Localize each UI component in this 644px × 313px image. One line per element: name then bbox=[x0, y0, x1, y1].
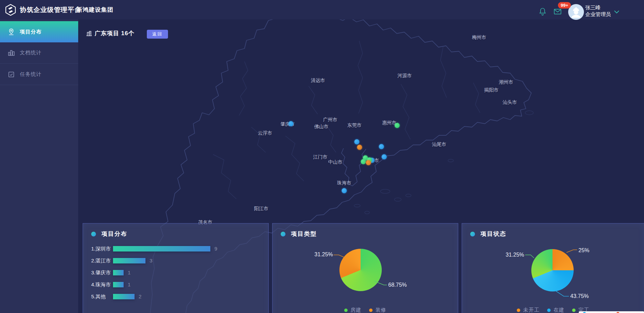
pie-value-label: 25% bbox=[578, 247, 589, 254]
bar-row: 4.珠海市 1 bbox=[83, 282, 268, 288]
sidebar: 项目分布 文档统计 任务统计 bbox=[0, 19, 78, 313]
panel-title-dot-icon bbox=[91, 232, 96, 236]
legend-label: 未开工 bbox=[523, 307, 540, 313]
map-title: 广东项目 16个 bbox=[95, 29, 135, 37]
tooltip-fragment bbox=[579, 311, 644, 313]
company-name: 新鸿建设集团 bbox=[76, 0, 113, 19]
bell-icon[interactable] bbox=[538, 7, 547, 16]
dashboard-root: 广东项目 16个 返回 梅州市 清远市 河源市 潮州市 揭阳市 汕头市 广州市 … bbox=[0, 0, 644, 313]
sidebar-item-task-stats[interactable]: 任务统计 bbox=[0, 64, 78, 85]
panel-title-text: 项目类型 bbox=[291, 230, 317, 238]
project-marker[interactable] bbox=[342, 188, 347, 193]
building-icon bbox=[86, 31, 92, 36]
city-label: 云浮市 bbox=[258, 130, 272, 136]
bar-row: 5.其他 2 bbox=[83, 294, 268, 300]
city-label: 佛山市 bbox=[314, 124, 328, 130]
city-label: 阳江市 bbox=[254, 206, 268, 212]
project-marker[interactable] bbox=[289, 121, 294, 126]
legend-item[interactable]: 房建 bbox=[344, 307, 362, 313]
city-label: 汕尾市 bbox=[432, 141, 446, 148]
city-label: 中山市 bbox=[328, 159, 342, 165]
panel-title: 项目状态 bbox=[470, 230, 506, 238]
project-marker[interactable] bbox=[354, 139, 360, 145]
panel-title: 项目分布 bbox=[91, 230, 127, 238]
project-marker[interactable] bbox=[361, 159, 366, 164]
city-label: 河源市 bbox=[397, 73, 412, 79]
legend-dot-icon bbox=[517, 309, 520, 312]
app-logo-icon bbox=[4, 4, 17, 16]
panel-title-dot-icon bbox=[281, 232, 285, 236]
bar bbox=[113, 282, 124, 287]
panel-title: 项目类型 bbox=[281, 230, 317, 238]
map-header: 广东项目 16个 bbox=[86, 29, 135, 37]
bar-label: 4.珠海市 bbox=[91, 282, 111, 288]
legend-dot-icon bbox=[369, 309, 373, 312]
bar bbox=[113, 246, 210, 251]
city-label: 梅州市 bbox=[472, 35, 486, 41]
bar-value: 9 bbox=[214, 246, 217, 252]
bar-row: 3.肇庆市 1 bbox=[83, 270, 268, 276]
city-label: 汕头市 bbox=[503, 99, 517, 106]
sidebar-item-project-distribution[interactable]: 项目分布 bbox=[0, 21, 78, 42]
legend-label: 装修 bbox=[376, 307, 387, 313]
city-label: 珠海市 bbox=[337, 180, 351, 186]
bar-row: 1.深圳市 9 bbox=[83, 246, 268, 252]
pie-value-label: 43.75% bbox=[570, 293, 589, 299]
task-check-icon bbox=[8, 71, 15, 78]
map-pin-icon bbox=[8, 28, 15, 36]
panel-title-dot-icon bbox=[470, 232, 475, 236]
bar bbox=[113, 270, 124, 275]
bar-value: 1 bbox=[128, 270, 130, 276]
pie-value-label: 31.25% bbox=[314, 251, 333, 258]
sidebar-item-document-stats[interactable]: 文档统计 bbox=[0, 42, 78, 64]
project-marker[interactable] bbox=[379, 144, 384, 149]
city-label: 江门市 bbox=[313, 154, 327, 160]
city-label: 揭阳市 bbox=[484, 87, 499, 93]
pie-value-label: 31.25% bbox=[506, 252, 524, 258]
bar-label: 5.其他 bbox=[91, 294, 106, 300]
user-role: 企业管理员 bbox=[585, 11, 611, 17]
panel-title-text: 项目状态 bbox=[480, 230, 506, 238]
pie-chart-project-type bbox=[339, 249, 382, 291]
legend-item[interactable]: 在建 bbox=[547, 307, 564, 313]
legend-item[interactable]: 装修 bbox=[369, 307, 387, 313]
city-label: 广州市 bbox=[323, 117, 337, 123]
pie-value-label: 68.75% bbox=[388, 282, 407, 288]
city-label: 清远市 bbox=[311, 78, 325, 84]
legend-label: 房建 bbox=[351, 307, 362, 313]
bar-label: 1.深圳市 bbox=[91, 246, 111, 252]
bar-label: 2.湛江市 bbox=[91, 258, 111, 264]
bar bbox=[113, 294, 135, 299]
bar-label: 3.肇庆市 bbox=[91, 270, 111, 276]
panel-project-status: 项目状态 未开工 在建 完工 bbox=[462, 223, 644, 313]
chevron-down-icon[interactable] bbox=[613, 9, 620, 15]
pie-chart-project-status bbox=[531, 249, 574, 291]
bar-value: 1 bbox=[128, 282, 130, 288]
bar-value: 3 bbox=[150, 258, 152, 264]
city-label: 东莞市 bbox=[347, 122, 362, 128]
project-marker[interactable] bbox=[357, 145, 362, 150]
legend-label: 在建 bbox=[554, 307, 564, 313]
sidebar-item-label: 文档统计 bbox=[20, 50, 42, 56]
notification-badge: 99+ bbox=[558, 2, 571, 9]
panel-project-distribution: 项目分布 1.深圳市 9 2.湛江市 3 3.肇庆市 1 4.珠海市 1 5.其… bbox=[83, 223, 269, 313]
legend: 房建 装修 bbox=[340, 307, 390, 313]
sidebar-item-label: 项目分布 bbox=[20, 29, 42, 35]
bar-value: 2 bbox=[139, 294, 141, 300]
legend-dot-icon bbox=[572, 309, 575, 312]
legend-dot-icon bbox=[547, 309, 550, 312]
sidebar-item-label: 任务统计 bbox=[20, 71, 42, 78]
project-marker[interactable] bbox=[366, 160, 371, 165]
bar-row: 2.湛江市 3 bbox=[83, 258, 268, 264]
bar-chart-icon bbox=[8, 49, 15, 57]
panel-project-type: 项目类型 房建 装修 bbox=[272, 223, 458, 313]
legend-dot-icon bbox=[344, 309, 348, 312]
panel-title-text: 项目分布 bbox=[101, 230, 127, 238]
project-marker[interactable] bbox=[382, 154, 387, 160]
project-marker[interactable] bbox=[395, 123, 400, 128]
legend-item[interactable]: 未开工 bbox=[517, 307, 540, 313]
user-name: 张三峰 bbox=[585, 4, 601, 11]
bar bbox=[113, 258, 145, 263]
top-bar: 协筑企业级管理平台 新鸿建设集团 99+ 张三峰 企业管理员 bbox=[0, 0, 644, 19]
back-button[interactable]: 返回 bbox=[147, 30, 168, 39]
